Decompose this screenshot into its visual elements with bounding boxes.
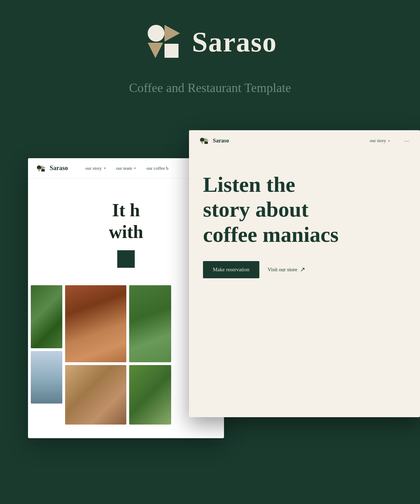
back-nav-our-coffee[interactable]: our coffee b bbox=[146, 166, 168, 171]
svg-rect-11 bbox=[204, 141, 208, 144]
front-nav-more: — bbox=[404, 138, 410, 144]
front-nav-our-story[interactable]: our story ▾ bbox=[370, 138, 390, 144]
subtitle-text: Coffee and Restaurant Template bbox=[129, 80, 291, 95]
hero-section: Saraso Coffee and Restaurant Template bbox=[0, 0, 420, 123]
front-brand-name: Saraso bbox=[213, 138, 229, 144]
visit-store-button[interactable]: Visit our store ↗ bbox=[268, 266, 306, 273]
front-buttons: Make reservation Visit our store ↗ bbox=[203, 261, 406, 278]
back-col-mid bbox=[65, 285, 126, 425]
svg-marker-2 bbox=[148, 43, 163, 58]
back-col-right bbox=[129, 285, 171, 425]
back-brand-logo: Saraso bbox=[36, 164, 68, 172]
visit-store-arrow-icon: ↗ bbox=[300, 266, 305, 273]
img-bottom-right bbox=[129, 365, 171, 425]
svg-rect-7 bbox=[41, 169, 45, 172]
svg-marker-10 bbox=[201, 141, 204, 144]
img-green-leaves bbox=[31, 285, 62, 348]
svg-rect-3 bbox=[164, 44, 178, 58]
make-reservation-button[interactable]: Make reservation bbox=[203, 261, 259, 278]
svg-point-0 bbox=[148, 25, 164, 42]
back-col-left bbox=[31, 285, 62, 425]
brand-logo-area: Saraso bbox=[143, 21, 277, 63]
img-cafe-person bbox=[65, 365, 126, 425]
nav-arrow-story: ▾ bbox=[104, 166, 106, 170]
screenshot-front: Saraso our story ▾ — Listen the story ab… bbox=[189, 130, 420, 417]
img-blue-landscape bbox=[31, 351, 62, 404]
front-nav-arrow: ▾ bbox=[388, 139, 390, 143]
img-coffee-berries bbox=[65, 285, 126, 362]
front-hero-heading: Listen the story about coffee maniacs bbox=[203, 172, 406, 247]
back-nav-our-team[interactable]: our team ▾ bbox=[116, 166, 136, 171]
logo-icon-large bbox=[143, 21, 185, 63]
svg-marker-1 bbox=[164, 25, 180, 42]
back-nav-our-story[interactable]: our story ▾ bbox=[85, 166, 106, 171]
back-dark-square bbox=[117, 250, 135, 268]
img-partial-right bbox=[129, 285, 171, 362]
brand-name-large: Saraso bbox=[192, 26, 277, 58]
front-navbar: Saraso our story ▾ — bbox=[189, 130, 420, 151]
nav-arrow-team: ▾ bbox=[134, 166, 136, 170]
svg-marker-6 bbox=[37, 169, 41, 172]
back-brand-name: Saraso bbox=[50, 164, 68, 172]
back-logo-icon bbox=[36, 165, 46, 172]
back-hero-heading: It h with bbox=[42, 200, 210, 243]
front-hero-content: Listen the story about coffee maniacs Ma… bbox=[189, 151, 420, 306]
screenshots-area: Saraso our story ▾ our team ▾ our coffee… bbox=[0, 130, 420, 445]
front-brand-logo: Saraso bbox=[200, 137, 359, 144]
front-logo-icon bbox=[200, 137, 209, 144]
